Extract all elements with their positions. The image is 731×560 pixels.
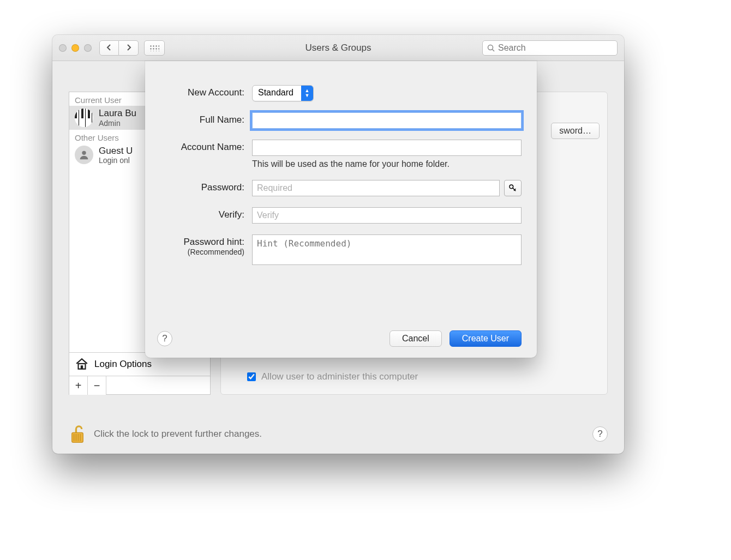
admin-checkbox-label: Allow user to administer this computer xyxy=(261,371,418,382)
svg-point-0 xyxy=(488,45,493,50)
search-icon xyxy=(487,44,495,52)
hint-input[interactable] xyxy=(252,234,522,265)
help-button[interactable]: ? xyxy=(592,426,608,442)
window-controls xyxy=(59,44,92,52)
close-window-button[interactable] xyxy=(59,44,67,52)
footer: Click the lock to prevent further change… xyxy=(69,424,608,444)
minimize-window-button[interactable] xyxy=(71,44,79,52)
avatar xyxy=(75,109,93,127)
hint-label-sub: (Recommended) xyxy=(145,248,244,256)
grid-icon xyxy=(149,45,159,51)
row-hint: Password hint: (Recommended) xyxy=(145,234,537,267)
add-user-button[interactable]: + xyxy=(69,376,88,395)
row-full-name: Full Name: xyxy=(145,112,537,129)
lock-text: Click the lock to prevent further change… xyxy=(94,429,262,439)
verify-input[interactable] xyxy=(252,207,522,224)
sheet-footer: ? Cancel Create User xyxy=(157,330,522,347)
new-account-label: New Account: xyxy=(145,85,252,98)
row-new-account: New Account: Standard ▲▼ xyxy=(145,85,537,101)
user-info: Laura Bu Admin xyxy=(99,108,136,128)
new-user-sheet: New Account: Standard ▲▼ Full Name: Acco… xyxy=(145,61,537,358)
row-verify: Verify: xyxy=(145,207,537,224)
lock-open-icon[interactable] xyxy=(69,424,86,444)
svg-line-1 xyxy=(493,49,495,51)
full-name-label: Full Name: xyxy=(145,112,252,125)
avatar xyxy=(75,146,93,164)
account-name-label: Account Name: xyxy=(145,140,252,153)
user-role: Admin xyxy=(99,119,136,128)
zoom-window-button[interactable] xyxy=(84,44,92,52)
user-info: Guest U Login onl xyxy=(99,146,133,165)
toolbar-filler xyxy=(106,376,210,394)
cancel-button[interactable]: Cancel xyxy=(390,330,442,347)
login-options-label: Login Options xyxy=(94,359,152,370)
forward-button[interactable] xyxy=(119,40,139,56)
password-assistant-button[interactable] xyxy=(504,180,522,196)
create-user-button[interactable]: Create User xyxy=(450,330,522,347)
select-arrows-icon: ▲▼ xyxy=(301,86,313,101)
search-field[interactable] xyxy=(482,40,618,56)
remove-user-button[interactable]: − xyxy=(88,376,106,395)
account-name-input[interactable] xyxy=(252,140,522,156)
admin-checkbox-row[interactable]: Allow user to administer this computer xyxy=(247,371,418,382)
svg-rect-5 xyxy=(72,432,83,442)
account-name-caption: This will be used as the name for your h… xyxy=(252,159,522,169)
admin-checkbox[interactable] xyxy=(247,372,256,381)
user-role: Login onl xyxy=(99,156,133,165)
password-label: Password: xyxy=(145,180,252,193)
svg-rect-4 xyxy=(81,365,83,369)
chevron-right-icon xyxy=(125,44,132,51)
verify-label: Verify: xyxy=(145,207,252,220)
hint-label: Password hint: (Recommended) xyxy=(145,234,252,256)
house-icon xyxy=(75,357,89,371)
new-account-select[interactable]: Standard ▲▼ xyxy=(252,85,314,101)
titlebar: Users & Groups xyxy=(52,35,624,61)
show-all-button[interactable] xyxy=(144,40,165,56)
search-input[interactable] xyxy=(498,43,613,53)
person-icon xyxy=(78,149,90,161)
user-name: Guest U xyxy=(99,146,133,156)
key-icon xyxy=(508,184,517,192)
add-remove-bar: + − xyxy=(69,376,210,394)
change-password-button[interactable]: sword… xyxy=(551,123,600,139)
chevron-left-icon xyxy=(106,44,112,51)
hint-label-text: Password hint: xyxy=(184,237,245,247)
password-input[interactable] xyxy=(252,180,500,196)
svg-point-2 xyxy=(82,151,86,155)
sheet-help-button[interactable]: ? xyxy=(157,331,172,346)
back-button[interactable] xyxy=(99,40,119,56)
row-password: Password: xyxy=(145,180,537,196)
full-name-input[interactable] xyxy=(252,112,522,129)
user-name: Laura Bu xyxy=(99,108,136,119)
row-account-name: Account Name: This will be used as the n… xyxy=(145,140,537,169)
new-account-value: Standard xyxy=(253,86,301,101)
nav-buttons xyxy=(99,40,139,56)
